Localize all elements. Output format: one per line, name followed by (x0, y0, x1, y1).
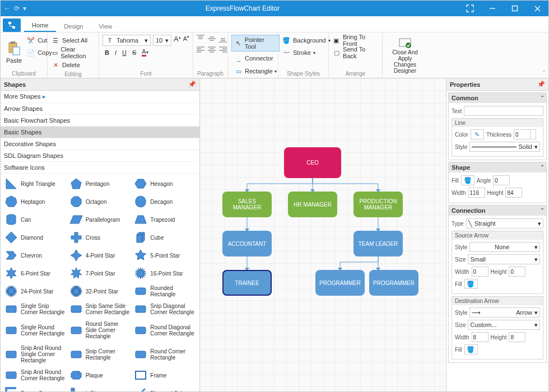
shape-item[interactable]: L Shape (68, 384, 133, 392)
line-style-select[interactable]: Solid▾ (469, 142, 540, 152)
width-input[interactable] (468, 188, 485, 198)
dst-width-input[interactable] (472, 332, 488, 342)
node-hr[interactable]: HR MANAGER (288, 192, 337, 217)
shape-item[interactable]: Cube (132, 228, 197, 246)
dst-size-select[interactable]: Custom...▾ (468, 320, 540, 330)
shape-item[interactable]: 4-Point Star (68, 246, 133, 264)
clear-selection-button[interactable]: ▭Clear Selection (51, 47, 95, 58)
connector-tool-button[interactable]: ⎯Connector (231, 52, 280, 64)
shape-item[interactable]: Rounded Rectangle (132, 282, 197, 300)
node-sales[interactable]: SALES MANAGER (222, 192, 272, 217)
node-lead[interactable]: TEAM LEADER (353, 231, 403, 256)
align-left-button[interactable] (197, 46, 204, 55)
app-tab[interactable] (3, 18, 21, 32)
color-picker[interactable]: ✎ (471, 129, 484, 139)
italic-button[interactable]: I (115, 49, 117, 56)
forward-icon[interactable]: ⟳ (14, 4, 20, 12)
shape-category[interactable]: Basic Shapes (1, 127, 199, 138)
shrink-font-button[interactable]: A▾ (183, 35, 189, 46)
shape-item[interactable]: Decagon (132, 193, 197, 211)
fill-picker[interactable]: 🪣 (461, 175, 474, 185)
align-bottom-button[interactable] (219, 35, 227, 44)
tab-design[interactable]: Design (56, 20, 91, 32)
dst-style-select[interactable]: ⟶Arrow▾ (469, 307, 540, 318)
node-prod[interactable]: PRODUCTION MANAGER (353, 192, 403, 217)
align-center-button[interactable] (208, 46, 216, 55)
shape-category[interactable]: SDL Diagram Shapes (1, 150, 199, 162)
more-shapes-link[interactable]: More Shapes ▸ (1, 91, 199, 103)
shape-item[interactable]: Frame (132, 366, 197, 384)
shape-item[interactable]: Round Corner Rectangle (132, 342, 197, 366)
src-fill-picker[interactable]: 🪣 (464, 279, 478, 289)
src-style-select[interactable]: None▾ (469, 242, 540, 252)
collapse-icon[interactable]: ˆ (541, 95, 543, 101)
shape-item[interactable]: Diamond (3, 228, 68, 246)
node-ceo[interactable]: CEO (284, 147, 341, 178)
bold-button[interactable]: B (105, 49, 109, 56)
node-acct[interactable]: ACCOUNTANT (222, 231, 272, 256)
src-height-input[interactable] (509, 267, 525, 277)
minimize-button[interactable] (481, 1, 504, 16)
src-size-select[interactable]: Small▾ (468, 254, 540, 264)
shape-item[interactable]: Cross (68, 228, 133, 246)
angle-input[interactable] (493, 175, 510, 185)
font-family-select[interactable]: TTahoma▾ (103, 35, 151, 46)
node-prog1[interactable]: PROGRAMMER (315, 270, 365, 296)
rect-tool-button[interactable]: ▭Rectangle▾ (231, 65, 280, 77)
underline-button[interactable]: U (122, 49, 127, 56)
delete-button[interactable]: ✕Delete (51, 59, 95, 71)
shape-item[interactable]: Can (3, 211, 68, 228)
align-right-button[interactable] (219, 46, 227, 55)
strike-button[interactable]: S (132, 49, 136, 56)
send-back-button[interactable]: ▢Send To Back (332, 47, 379, 58)
node-trainee[interactable]: TRAINEE (222, 270, 272, 296)
shape-item[interactable]: Heptagon (3, 193, 68, 211)
align-middle-button[interactable] (208, 35, 216, 44)
node-prog2[interactable]: PROGRAMMER (369, 270, 418, 296)
shape-item[interactable]: Snip And Round Corner Rectangle (3, 366, 68, 384)
src-width-input[interactable] (472, 267, 488, 277)
shape-item[interactable]: Snip Corner Rectangle (68, 342, 133, 366)
shape-item[interactable]: Diagonal Stripe (132, 384, 197, 392)
dst-height-input[interactable] (509, 332, 525, 342)
maximize-button[interactable] (504, 1, 526, 16)
shape-category[interactable]: Software Icons (1, 162, 199, 174)
shape-item[interactable]: Single Round Corner Rectangle (3, 318, 68, 342)
paste-button[interactable]: Paste (4, 35, 24, 70)
shape-item[interactable]: Snip Diagonal Corner Rectangle (132, 300, 197, 318)
conn-type-select[interactable]: ╲Straight▾ (466, 218, 543, 228)
shape-item[interactable]: 32-Point Star (68, 282, 133, 300)
shape-item[interactable]: 5-Point Star (132, 246, 197, 264)
tab-view[interactable]: View (91, 20, 120, 32)
shape-item[interactable]: Octagon (68, 193, 133, 211)
shape-item[interactable]: Plaque (68, 366, 133, 384)
shape-item[interactable]: Snip And Round Single Corner Rectangle (3, 342, 68, 366)
shape-item[interactable]: Chevron (3, 246, 68, 264)
shape-item[interactable]: Hexagon (132, 175, 197, 193)
grow-font-button[interactable]: A▴ (174, 35, 181, 46)
shape-item[interactable]: 16-Point Star (132, 264, 197, 282)
shape-category[interactable]: Arrow Shapes (1, 103, 199, 115)
font-color-button[interactable]: A▾ (142, 48, 148, 57)
shape-category[interactable]: Basic Flowchart Shapes (1, 115, 199, 127)
select-all-button[interactable]: ☰Select All (51, 35, 95, 46)
close-button[interactable] (526, 1, 548, 16)
text-input[interactable] (464, 106, 543, 116)
shape-category[interactable]: Decorative Shapes (1, 138, 199, 150)
shape-item[interactable]: 7-Point Star (68, 264, 133, 282)
back-icon[interactable]: ← (4, 4, 11, 12)
collapse-icon[interactable]: ˆ (541, 164, 543, 171)
dropdown-icon[interactable]: ▾ (23, 4, 26, 12)
shape-item[interactable]: Round Same Side Corner Rectangle (68, 318, 133, 342)
shape-item[interactable]: 6-Point Star (3, 264, 68, 282)
pointer-tool-button[interactable]: ↖Pointer Tool (231, 35, 280, 52)
dst-fill-picker[interactable]: 🪣 (464, 344, 478, 354)
shape-item[interactable]: Parallelogram (68, 211, 133, 228)
shape-item[interactable]: Single Snip Corner Rectangle (3, 300, 68, 318)
shape-item[interactable]: 24-Point Star (3, 282, 68, 300)
shape-item[interactable]: Round Diagonal Corner Rectangle (132, 318, 197, 342)
tab-home[interactable]: Home (24, 19, 56, 32)
fullscreen-button[interactable] (459, 1, 481, 16)
shape-item[interactable]: Pentagon (68, 175, 133, 193)
height-input[interactable] (505, 188, 522, 198)
